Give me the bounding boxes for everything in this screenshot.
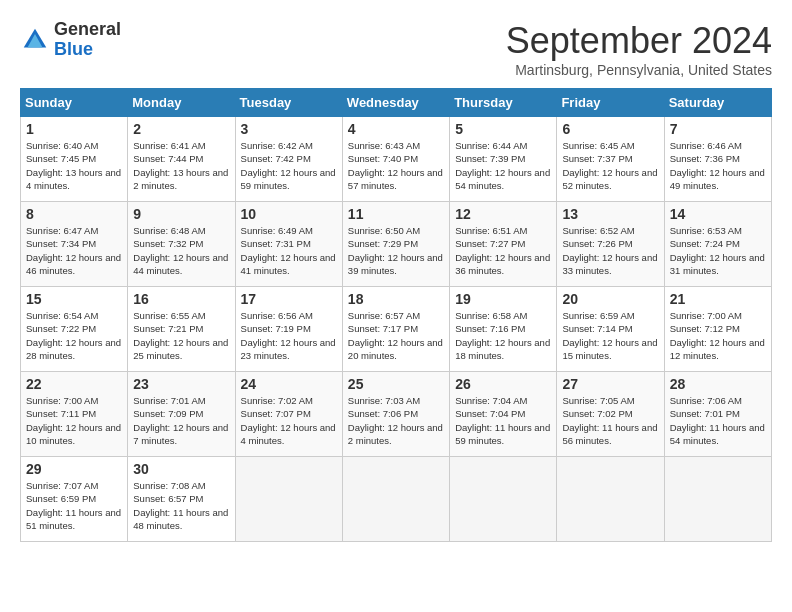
day-number: 9 — [133, 206, 229, 222]
calendar-day-cell: 2 Sunrise: 6:41 AM Sunset: 7:44 PM Dayli… — [128, 117, 235, 202]
day-info: Sunrise: 6:53 AM Sunset: 7:24 PM Dayligh… — [670, 224, 766, 277]
calendar-day-cell: 20 Sunrise: 6:59 AM Sunset: 7:14 PM Dayl… — [557, 287, 664, 372]
calendar-day-cell: 1 Sunrise: 6:40 AM Sunset: 7:45 PM Dayli… — [21, 117, 128, 202]
day-info: Sunrise: 6:54 AM Sunset: 7:22 PM Dayligh… — [26, 309, 122, 362]
day-number: 8 — [26, 206, 122, 222]
day-number: 27 — [562, 376, 658, 392]
calendar-day-cell — [342, 457, 449, 542]
calendar-week-row: 1 Sunrise: 6:40 AM Sunset: 7:45 PM Dayli… — [21, 117, 772, 202]
day-number: 4 — [348, 121, 444, 137]
calendar-day-cell: 12 Sunrise: 6:51 AM Sunset: 7:27 PM Dayl… — [450, 202, 557, 287]
day-info: Sunrise: 6:58 AM Sunset: 7:16 PM Dayligh… — [455, 309, 551, 362]
weekday-header: Tuesday — [235, 89, 342, 117]
calendar-week-row: 15 Sunrise: 6:54 AM Sunset: 7:22 PM Dayl… — [21, 287, 772, 372]
day-info: Sunrise: 7:04 AM Sunset: 7:04 PM Dayligh… — [455, 394, 551, 447]
day-number: 13 — [562, 206, 658, 222]
month-title: September 2024 — [506, 20, 772, 62]
day-number: 23 — [133, 376, 229, 392]
calendar-day-cell: 14 Sunrise: 6:53 AM Sunset: 7:24 PM Dayl… — [664, 202, 771, 287]
day-number: 20 — [562, 291, 658, 307]
calendar-day-cell: 22 Sunrise: 7:00 AM Sunset: 7:11 PM Dayl… — [21, 372, 128, 457]
calendar-day-cell: 13 Sunrise: 6:52 AM Sunset: 7:26 PM Dayl… — [557, 202, 664, 287]
day-number: 15 — [26, 291, 122, 307]
day-number: 25 — [348, 376, 444, 392]
day-info: Sunrise: 7:02 AM Sunset: 7:07 PM Dayligh… — [241, 394, 337, 447]
calendar-day-cell: 4 Sunrise: 6:43 AM Sunset: 7:40 PM Dayli… — [342, 117, 449, 202]
calendar-day-cell: 24 Sunrise: 7:02 AM Sunset: 7:07 PM Dayl… — [235, 372, 342, 457]
calendar-day-cell: 3 Sunrise: 6:42 AM Sunset: 7:42 PM Dayli… — [235, 117, 342, 202]
day-info: Sunrise: 6:45 AM Sunset: 7:37 PM Dayligh… — [562, 139, 658, 192]
day-info: Sunrise: 7:00 AM Sunset: 7:12 PM Dayligh… — [670, 309, 766, 362]
calendar-week-row: 8 Sunrise: 6:47 AM Sunset: 7:34 PM Dayli… — [21, 202, 772, 287]
day-info: Sunrise: 6:50 AM Sunset: 7:29 PM Dayligh… — [348, 224, 444, 277]
calendar-day-cell: 23 Sunrise: 7:01 AM Sunset: 7:09 PM Dayl… — [128, 372, 235, 457]
day-number: 17 — [241, 291, 337, 307]
calendar-day-cell: 27 Sunrise: 7:05 AM Sunset: 7:02 PM Dayl… — [557, 372, 664, 457]
day-number: 28 — [670, 376, 766, 392]
header: General Blue September 2024 Martinsburg,… — [20, 20, 772, 78]
calendar-day-cell: 26 Sunrise: 7:04 AM Sunset: 7:04 PM Dayl… — [450, 372, 557, 457]
calendar-table: SundayMondayTuesdayWednesdayThursdayFrid… — [20, 88, 772, 542]
day-info: Sunrise: 6:44 AM Sunset: 7:39 PM Dayligh… — [455, 139, 551, 192]
day-number: 16 — [133, 291, 229, 307]
logo-text: General Blue — [54, 20, 121, 60]
day-info: Sunrise: 6:59 AM Sunset: 7:14 PM Dayligh… — [562, 309, 658, 362]
day-info: Sunrise: 7:07 AM Sunset: 6:59 PM Dayligh… — [26, 479, 122, 532]
calendar-day-cell: 25 Sunrise: 7:03 AM Sunset: 7:06 PM Dayl… — [342, 372, 449, 457]
day-number: 7 — [670, 121, 766, 137]
calendar-day-cell: 28 Sunrise: 7:06 AM Sunset: 7:01 PM Dayl… — [664, 372, 771, 457]
calendar-day-cell: 17 Sunrise: 6:56 AM Sunset: 7:19 PM Dayl… — [235, 287, 342, 372]
day-info: Sunrise: 6:51 AM Sunset: 7:27 PM Dayligh… — [455, 224, 551, 277]
day-info: Sunrise: 6:48 AM Sunset: 7:32 PM Dayligh… — [133, 224, 229, 277]
calendar-day-cell: 11 Sunrise: 6:50 AM Sunset: 7:29 PM Dayl… — [342, 202, 449, 287]
day-info: Sunrise: 6:40 AM Sunset: 7:45 PM Dayligh… — [26, 139, 122, 192]
day-info: Sunrise: 6:56 AM Sunset: 7:19 PM Dayligh… — [241, 309, 337, 362]
day-info: Sunrise: 7:01 AM Sunset: 7:09 PM Dayligh… — [133, 394, 229, 447]
day-number: 11 — [348, 206, 444, 222]
day-info: Sunrise: 6:43 AM Sunset: 7:40 PM Dayligh… — [348, 139, 444, 192]
logo: General Blue — [20, 20, 121, 60]
calendar-day-cell — [664, 457, 771, 542]
day-info: Sunrise: 7:03 AM Sunset: 7:06 PM Dayligh… — [348, 394, 444, 447]
day-number: 29 — [26, 461, 122, 477]
day-number: 1 — [26, 121, 122, 137]
header-row: SundayMondayTuesdayWednesdayThursdayFrid… — [21, 89, 772, 117]
weekday-header: Thursday — [450, 89, 557, 117]
weekday-header: Saturday — [664, 89, 771, 117]
day-number: 21 — [670, 291, 766, 307]
calendar-day-cell: 8 Sunrise: 6:47 AM Sunset: 7:34 PM Dayli… — [21, 202, 128, 287]
day-info: Sunrise: 7:05 AM Sunset: 7:02 PM Dayligh… — [562, 394, 658, 447]
calendar-day-cell: 19 Sunrise: 6:58 AM Sunset: 7:16 PM Dayl… — [450, 287, 557, 372]
day-number: 19 — [455, 291, 551, 307]
day-number: 30 — [133, 461, 229, 477]
title-section: September 2024 Martinsburg, Pennsylvania… — [506, 20, 772, 78]
day-info: Sunrise: 6:57 AM Sunset: 7:17 PM Dayligh… — [348, 309, 444, 362]
logo-line1: General — [54, 19, 121, 39]
day-number: 10 — [241, 206, 337, 222]
day-info: Sunrise: 6:49 AM Sunset: 7:31 PM Dayligh… — [241, 224, 337, 277]
day-info: Sunrise: 7:06 AM Sunset: 7:01 PM Dayligh… — [670, 394, 766, 447]
day-number: 26 — [455, 376, 551, 392]
day-number: 5 — [455, 121, 551, 137]
weekday-header: Sunday — [21, 89, 128, 117]
calendar-day-cell: 16 Sunrise: 6:55 AM Sunset: 7:21 PM Dayl… — [128, 287, 235, 372]
calendar-day-cell: 10 Sunrise: 6:49 AM Sunset: 7:31 PM Dayl… — [235, 202, 342, 287]
location: Martinsburg, Pennsylvania, United States — [506, 62, 772, 78]
day-number: 22 — [26, 376, 122, 392]
day-number: 3 — [241, 121, 337, 137]
calendar-day-cell: 7 Sunrise: 6:46 AM Sunset: 7:36 PM Dayli… — [664, 117, 771, 202]
calendar-day-cell: 6 Sunrise: 6:45 AM Sunset: 7:37 PM Dayli… — [557, 117, 664, 202]
calendar-day-cell: 30 Sunrise: 7:08 AM Sunset: 6:57 PM Dayl… — [128, 457, 235, 542]
calendar-day-cell: 5 Sunrise: 6:44 AM Sunset: 7:39 PM Dayli… — [450, 117, 557, 202]
day-number: 14 — [670, 206, 766, 222]
calendar-day-cell — [557, 457, 664, 542]
weekday-header: Wednesday — [342, 89, 449, 117]
calendar-day-cell: 15 Sunrise: 6:54 AM Sunset: 7:22 PM Dayl… — [21, 287, 128, 372]
day-info: Sunrise: 6:41 AM Sunset: 7:44 PM Dayligh… — [133, 139, 229, 192]
day-info: Sunrise: 6:52 AM Sunset: 7:26 PM Dayligh… — [562, 224, 658, 277]
day-info: Sunrise: 6:42 AM Sunset: 7:42 PM Dayligh… — [241, 139, 337, 192]
day-number: 6 — [562, 121, 658, 137]
day-number: 18 — [348, 291, 444, 307]
logo-icon — [20, 25, 50, 55]
day-number: 2 — [133, 121, 229, 137]
